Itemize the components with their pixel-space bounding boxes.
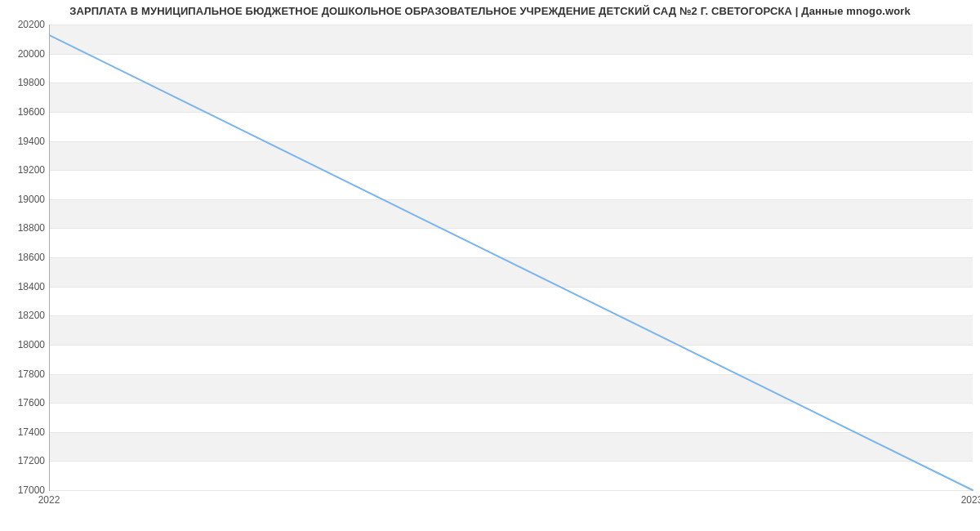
y-tick-label: 19800 [4,77,45,88]
y-tick-label: 19600 [4,106,45,118]
y-tick-label: 18200 [4,310,45,321]
y-tick-label: 20200 [4,19,45,30]
chart-container: ЗАРПЛАТА В МУНИЦИПАЛЬНОЕ БЮДЖЕТНОЕ ДОШКО… [0,0,980,531]
y-tick-label: 19200 [4,164,45,176]
y-tick-label: 18800 [4,222,45,234]
plot-area [49,25,973,491]
x-tick-label: 2022 [38,494,60,506]
y-tick-label: 17200 [4,455,45,466]
y-tick-label: 19400 [4,136,45,147]
x-tick-label: 2023 [961,494,980,506]
y-tick-label: 20000 [4,48,45,60]
y-tick-label: 17600 [4,397,45,408]
y-tick-label: 19000 [4,194,45,205]
chart-title: ЗАРПЛАТА В МУНИЦИПАЛЬНОЕ БЮДЖЕТНОЕ ДОШКО… [0,5,980,17]
y-tick-label: 18600 [4,252,45,263]
line-series [50,25,973,490]
y-tick-label: 18400 [4,281,45,292]
y-tick-label: 18000 [4,339,45,350]
y-tick-label: 17800 [4,368,45,380]
y-tick-label: 17400 [4,426,45,438]
grid-line [50,490,973,491]
